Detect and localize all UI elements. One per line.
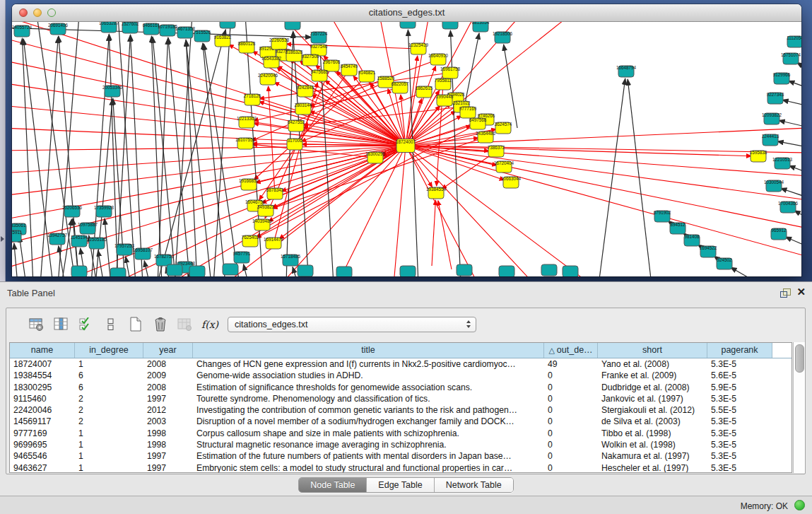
column-header-in-degree[interactable]: in_degree: [75, 343, 143, 358]
network-edge[interactable]: [438, 201, 452, 269]
network-node[interactable]: [298, 265, 313, 276]
tab-edge-table[interactable]: Edge Table: [367, 478, 434, 492]
column-header-pagerank[interactable]: pagerank: [707, 343, 772, 358]
float-window-icon[interactable]: [780, 288, 791, 298]
network-edge[interactable]: [432, 200, 435, 266]
table-scrollbar-thumb[interactable]: [795, 344, 804, 373]
table-cell: 49: [544, 358, 598, 370]
network-node[interactable]: [400, 22, 416, 28]
memory-ok-indicator-icon[interactable]: [794, 500, 805, 510]
network-node[interactable]: [189, 266, 205, 276]
network-node[interactable]: [457, 264, 472, 276]
network-edge[interactable]: [243, 264, 249, 276]
zoom-traffic-light-icon[interactable]: [47, 8, 56, 17]
network-edge[interactable]: [203, 43, 225, 276]
network-edge[interactable]: [599, 78, 625, 276]
network-node[interactable]: [541, 264, 557, 276]
network-node[interactable]: [71, 266, 87, 276]
network-edge[interactable]: [303, 107, 461, 125]
table-row[interactable]: 1872400712008Changes of HCN gene express…: [10, 358, 792, 370]
network-edge[interactable]: [406, 146, 535, 276]
column-header-short[interactable]: short: [598, 343, 707, 358]
network-edge[interactable]: [286, 44, 418, 49]
close-traffic-light-icon[interactable]: [19, 8, 28, 17]
network-edge[interactable]: [394, 146, 406, 276]
network-edge[interactable]: [98, 250, 104, 276]
network-edge[interactable]: [782, 100, 801, 107]
panel-collapse-arrow-icon[interactable]: [1, 236, 4, 242]
network-edge[interactable]: [442, 151, 496, 189]
column-visibility-icon[interactable]: [52, 316, 71, 333]
network-node[interactable]: [167, 264, 182, 276]
table-selector-dropdown[interactable]: citations_edges.txt: [228, 317, 476, 332]
network-edge[interactable]: [464, 33, 479, 107]
table-row[interactable]: 969969511998Structural magnetic resonanc…: [10, 439, 792, 450]
network-edge[interactable]: [779, 120, 801, 128]
table-mode-icon[interactable]: [28, 316, 46, 333]
network-edge[interactable]: [628, 79, 652, 276]
network-edge[interactable]: [406, 22, 570, 146]
select-columns-icon[interactable]: [77, 316, 95, 333]
network-canvas[interactable]: 1872400791638228860128891295422260538932…: [12, 22, 801, 276]
table-row[interactable]: 977716911998Corpus callosum shape and si…: [10, 428, 792, 439]
network-edge[interactable]: [126, 257, 131, 276]
network-edge[interactable]: [788, 81, 801, 89]
table-row[interactable]: 2242004622012Investigating the contribut…: [10, 404, 792, 416]
network-graph[interactable]: 1872400791638228860128891295422260538932…: [12, 22, 801, 276]
table-panel: Table Panel ✕: [0, 281, 812, 514]
new-file-icon[interactable]: [126, 316, 145, 333]
network-edge[interactable]: [406, 146, 478, 276]
table-cell: Estimation of significance thresholds fo…: [193, 382, 544, 393]
network-node[interactable]: [563, 266, 578, 276]
column-header-out-de-[interactable]: △out_de…: [544, 343, 598, 358]
network-edge[interactable]: [406, 146, 801, 257]
network-edge[interactable]: [19, 236, 26, 276]
column-header-name[interactable]: name: [10, 343, 75, 358]
network-edge[interactable]: [105, 218, 111, 276]
network-node[interactable]: [285, 22, 300, 30]
table-cell: 1: [75, 462, 143, 473]
network-node[interactable]: [220, 22, 235, 28]
network-edge[interactable]: [406, 146, 801, 176]
tab-node-table[interactable]: Node Table: [299, 478, 367, 492]
column-header-title[interactable]: title: [193, 343, 544, 358]
network-edge[interactable]: [151, 36, 162, 276]
network-node[interactable]: [110, 268, 126, 276]
network-node[interactable]: [442, 22, 458, 29]
tab-network-table[interactable]: Network Table: [435, 478, 513, 492]
minimize-traffic-light-icon[interactable]: [33, 8, 42, 17]
row-options-icon[interactable]: [102, 316, 120, 333]
network-edge[interactable]: [175, 22, 192, 276]
close-panel-icon[interactable]: ✕: [796, 286, 806, 298]
network-node[interactable]: [499, 266, 514, 276]
table-row[interactable]: 946554611997Estimation of the future num…: [10, 450, 792, 462]
table-scrollbar[interactable]: [793, 342, 805, 473]
table-row[interactable]: 1830029562008Estimation of significance …: [10, 382, 792, 393]
network-edge[interactable]: [14, 243, 18, 276]
table-row[interactable]: 1938455462009Genome-wide association stu…: [10, 370, 792, 381]
network-edge[interactable]: [406, 146, 801, 228]
function-builder-icon[interactable]: f(x): [201, 316, 219, 333]
network-edge[interactable]: [731, 267, 761, 276]
network-edge[interactable]: [116, 35, 130, 276]
network-node[interactable]: [336, 267, 352, 276]
table-row[interactable]: 946362711997Embryonic stem cells: a mode…: [10, 462, 792, 473]
network-node[interactable]: [223, 264, 238, 275]
table-row[interactable]: 1456911722003Disruption of a novel membe…: [10, 416, 792, 427]
import-table-icon[interactable]: [176, 316, 194, 333]
table-row[interactable]: 911546021997Tourette syndrome. Phenomeno…: [10, 393, 792, 404]
network-edge[interactable]: [504, 45, 517, 128]
network-edge[interactable]: [777, 141, 801, 148]
network-edge[interactable]: [186, 40, 211, 276]
network-edge[interactable]: [213, 22, 231, 276]
column-header-year[interactable]: year: [143, 343, 193, 358]
network-edge[interactable]: [785, 237, 801, 248]
network-edge[interactable]: [286, 32, 293, 276]
network-edge[interactable]: [279, 146, 406, 239]
network-edge[interactable]: [789, 165, 801, 174]
delete-icon[interactable]: [151, 316, 170, 333]
network-node[interactable]: [400, 266, 416, 276]
table-cell: 18300295: [10, 382, 75, 393]
network-edge[interactable]: [130, 35, 143, 276]
network-window-titlebar[interactable]: citations_edges.txt: [12, 4, 801, 22]
